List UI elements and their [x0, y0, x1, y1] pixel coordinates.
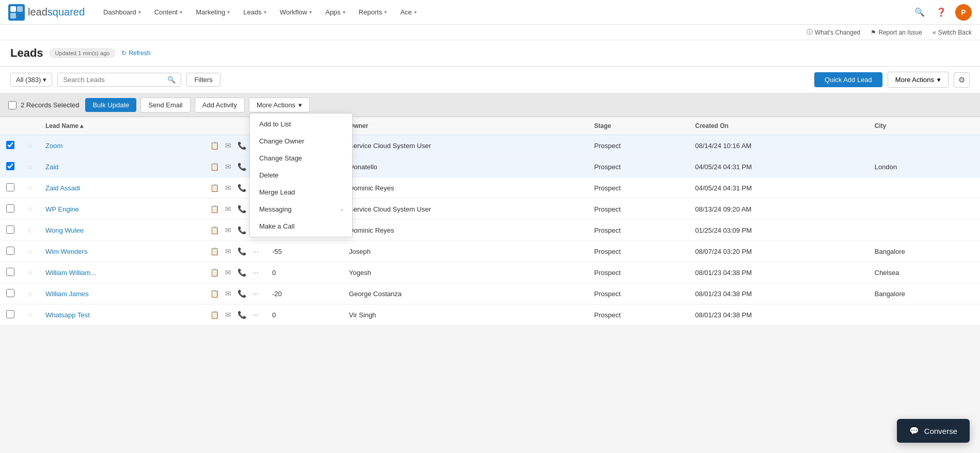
star-icon[interactable]: ☆ — [27, 248, 33, 255]
dropdown-item-make-a-call[interactable]: Make a Call — [250, 218, 352, 235]
row-checkbox[interactable] — [6, 162, 14, 170]
star-icon[interactable]: ☆ — [27, 142, 33, 150]
report-issue-link[interactable]: ⚑ Report an Issue — [871, 29, 922, 36]
star-icon[interactable]: ☆ — [27, 311, 33, 319]
add-activity-icon[interactable]: 📋 — [209, 140, 220, 151]
lead-name-link[interactable]: William James — [45, 290, 89, 298]
row-checkbox[interactable] — [6, 289, 14, 297]
more-options-icon[interactable]: ··· — [251, 267, 260, 278]
header-created-on[interactable]: Created On — [689, 117, 868, 135]
add-activity-icon[interactable]: 📋 — [209, 267, 220, 278]
header-owner[interactable]: Owner — [343, 117, 588, 135]
search-button[interactable]: 🔍 — [912, 5, 927, 20]
more-options-icon[interactable]: ··· — [251, 288, 260, 299]
search-input[interactable] — [63, 76, 164, 84]
star-icon[interactable]: ☆ — [27, 269, 33, 277]
dropdown-item-delete[interactable]: Delete — [250, 167, 352, 184]
nav-item-workflow[interactable]: Workflow ▾ — [274, 5, 318, 19]
dropdown-item-merge-lead[interactable]: Merge Lead — [250, 184, 352, 201]
avatar[interactable]: P — [955, 4, 972, 21]
email-icon[interactable]: ✉ — [224, 246, 232, 256]
add-activity-icon[interactable]: 📋 — [209, 183, 220, 193]
dropdown-item-messaging[interactable]: Messaging › — [250, 201, 352, 218]
more-options-icon[interactable]: ··· — [251, 246, 260, 256]
row-checkbox[interactable] — [6, 247, 14, 255]
nav-item-content[interactable]: Content ▾ — [148, 5, 189, 19]
add-activity-icon[interactable]: 📋 — [209, 161, 220, 172]
row-checkbox[interactable] — [6, 268, 14, 276]
bulk-update-button[interactable]: Bulk Update — [85, 98, 136, 112]
lead-name-link[interactable]: Wim Wenders — [45, 248, 87, 255]
email-icon[interactable]: ✉ — [224, 140, 232, 151]
add-activity-button[interactable]: Add Activity — [195, 98, 245, 112]
star-icon[interactable]: ☆ — [27, 290, 33, 298]
nav-item-marketing[interactable]: Marketing ▾ — [189, 5, 236, 19]
send-email-button[interactable]: Send Email — [140, 98, 190, 112]
add-activity-icon[interactable]: 📋 — [209, 204, 220, 214]
lead-name-link[interactable]: Zaid Assadi — [45, 184, 80, 192]
help-button[interactable]: ❓ — [934, 5, 949, 20]
quick-add-lead-button[interactable]: Quick Add Lead — [814, 72, 882, 87]
phone-icon[interactable]: 📞 — [236, 161, 247, 172]
phone-icon[interactable]: 📞 — [236, 204, 247, 214]
dropdown-item-change-stage[interactable]: Change Stage — [250, 150, 352, 167]
email-icon[interactable]: ✉ — [224, 267, 232, 278]
lead-name-link[interactable]: Zoom — [45, 142, 62, 150]
nav-item-dashboard[interactable]: Dashboard ▾ — [97, 5, 147, 19]
email-icon[interactable]: ✉ — [224, 225, 232, 235]
row-name-cell: Zoom — [39, 135, 203, 156]
star-icon[interactable]: ☆ — [27, 184, 33, 192]
lead-name-link[interactable]: WP Engine — [45, 205, 79, 213]
row-owner-cell: Joseph — [343, 241, 588, 262]
phone-icon[interactable]: 📞 — [236, 310, 247, 320]
phone-icon[interactable]: 📞 — [236, 183, 247, 193]
nav-item-leads[interactable]: Leads ▾ — [237, 5, 272, 19]
switch-back-link[interactable]: « Switch Back — [932, 29, 972, 36]
phone-icon[interactable]: 📞 — [236, 288, 247, 299]
lead-name-link[interactable]: Wong Wulee — [45, 226, 84, 234]
lead-name-link[interactable]: William William... — [45, 269, 96, 277]
dropdown-item-change-owner[interactable]: Change Owner — [250, 133, 352, 150]
phone-icon[interactable]: 📞 — [236, 140, 247, 151]
all-filter-button[interactable]: All (383) ▾ — [10, 73, 52, 87]
lead-name-link[interactable]: Whatsapp Test — [45, 311, 90, 319]
email-icon[interactable]: ✉ — [224, 288, 232, 299]
email-icon[interactable]: ✉ — [224, 183, 232, 193]
phone-icon[interactable]: 📞 — [236, 246, 247, 256]
add-activity-icon[interactable]: 📋 — [209, 310, 220, 320]
add-activity-icon[interactable]: 📋 — [209, 246, 220, 256]
email-icon[interactable]: ✉ — [224, 310, 232, 320]
row-checkbox[interactable] — [6, 310, 14, 318]
star-icon[interactable]: ☆ — [27, 226, 33, 234]
row-checkbox[interactable] — [6, 183, 14, 191]
phone-icon[interactable]: 📞 — [236, 225, 247, 235]
row-checkbox[interactable] — [6, 204, 14, 213]
bulk-more-actions-button[interactable]: More Actions ▾ Add to List Change Owner … — [249, 98, 310, 112]
add-activity-icon[interactable]: 📋 — [209, 225, 220, 235]
row-checkbox-cell — [0, 241, 21, 262]
settings-button[interactable]: ⚙ — [954, 72, 970, 88]
select-all-checkbox[interactable] — [8, 101, 17, 109]
nav-item-ace[interactable]: Ace ▾ — [394, 5, 422, 19]
row-checkbox[interactable] — [6, 225, 14, 234]
email-icon[interactable]: ✉ — [224, 204, 232, 214]
header-lead-name[interactable]: Lead Name ▴ — [39, 117, 203, 135]
more-options-icon[interactable]: ··· — [251, 310, 260, 320]
phone-icon[interactable]: 📞 — [236, 267, 247, 278]
whats-changed-link[interactable]: ⓘ What's Changed — [807, 28, 860, 37]
email-icon[interactable]: ✉ — [224, 161, 232, 172]
star-icon[interactable]: ☆ — [27, 163, 33, 171]
row-checkbox[interactable] — [6, 141, 14, 149]
refresh-button[interactable]: ↻ Refresh — [121, 50, 150, 57]
header-stage[interactable]: Stage — [588, 117, 689, 135]
add-activity-icon[interactable]: 📋 — [209, 288, 220, 299]
lead-name-link[interactable]: Zaid — [45, 163, 58, 171]
nav-item-apps[interactable]: Apps ▾ — [319, 5, 352, 19]
filters-button[interactable]: Filters — [186, 73, 220, 87]
nav-item-reports[interactable]: Reports ▾ — [353, 5, 393, 19]
dropdown-item-add-to-list[interactable]: Add to List — [250, 116, 352, 133]
star-icon[interactable]: ☆ — [27, 205, 33, 213]
header-city[interactable]: City — [868, 117, 980, 135]
more-actions-button[interactable]: More Actions ▾ — [888, 72, 949, 88]
logo[interactable]: leadsquared — [8, 4, 85, 21]
